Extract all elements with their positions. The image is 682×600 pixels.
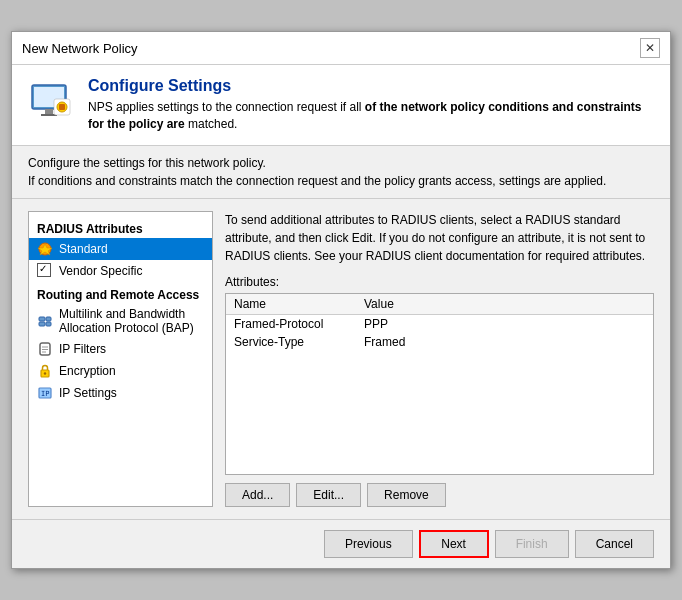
ip-filters-icon [37, 341, 53, 357]
header-name-col: Name [234, 297, 364, 311]
main-content: To send additional attributes to RADIUS … [213, 211, 654, 507]
radius-section-title: RADIUS Attributes [29, 218, 212, 238]
info-line2: If conditions and constraints match the … [28, 172, 654, 190]
row1-value: PPP [364, 317, 388, 331]
encryption-label: Encryption [59, 364, 116, 378]
attributes-label: Attributes: [225, 275, 654, 289]
configure-icon [28, 77, 76, 125]
header-value-col: Value [364, 297, 394, 311]
previous-button[interactable]: Previous [324, 530, 413, 558]
finish-button[interactable]: Finish [495, 530, 569, 558]
svg-rect-12 [46, 322, 51, 326]
cancel-button[interactable]: Cancel [575, 530, 654, 558]
sidebar-item-ip-filters[interactable]: IP Filters [29, 338, 212, 360]
row2-value: Framed [364, 335, 405, 349]
attributes-header: Name Value [226, 294, 653, 315]
standard-icon [37, 241, 53, 257]
row1-name: Framed-Protocol [234, 317, 364, 331]
multilink-label: Multilink and Bandwidth Allocation Proto… [59, 307, 204, 335]
sidebar-item-encryption[interactable]: Encryption [29, 360, 212, 382]
svg-rect-9 [39, 317, 45, 321]
dialog-title: New Network Policy [22, 41, 138, 56]
vendor-specific-icon [37, 263, 53, 279]
header-description: NPS applies settings to the connection r… [88, 99, 654, 133]
svg-rect-10 [46, 317, 51, 321]
svg-rect-11 [39, 322, 45, 326]
sidebar-item-ip-settings[interactable]: IP IP Settings [29, 382, 212, 404]
info-bar: Configure the settings for this network … [12, 146, 670, 199]
ip-settings-icon: IP [37, 385, 53, 401]
vendor-specific-label: Vendor Specific [59, 264, 142, 278]
sidebar-item-vendor-specific[interactable]: Vendor Specific [29, 260, 212, 282]
sidebar-item-standard[interactable]: Standard [29, 238, 212, 260]
attributes-table: Name Value Framed-Protocol PPP Service-T… [225, 293, 654, 475]
standard-label: Standard [59, 242, 108, 256]
ip-filters-label: IP Filters [59, 342, 106, 356]
header-section: Configure Settings NPS applies settings … [12, 65, 670, 146]
remove-button[interactable]: Remove [367, 483, 446, 507]
multilink-icon [37, 313, 53, 329]
row2-name: Service-Type [234, 335, 364, 349]
new-network-policy-dialog: New Network Policy ✕ Configure Settings [11, 31, 671, 569]
svg-point-18 [44, 372, 46, 374]
table-row[interactable]: Framed-Protocol PPP [226, 315, 653, 333]
encryption-icon [37, 363, 53, 379]
edit-button[interactable]: Edit... [296, 483, 361, 507]
routing-section-title: Routing and Remote Access [29, 282, 212, 304]
sidebar: RADIUS Attributes Standard Vendor Specif… [28, 211, 213, 507]
footer: Previous Next Finish Cancel [12, 519, 670, 568]
action-buttons: Add... Edit... Remove [225, 483, 654, 507]
sidebar-item-multilink[interactable]: Multilink and Bandwidth Allocation Proto… [29, 304, 212, 338]
info-line1: Configure the settings for this network … [28, 154, 654, 172]
close-button[interactable]: ✕ [640, 38, 660, 58]
svg-rect-6 [59, 104, 65, 110]
content-area: RADIUS Attributes Standard Vendor Specif… [12, 199, 670, 519]
title-bar: New Network Policy ✕ [12, 32, 670, 65]
header-text: Configure Settings NPS applies settings … [88, 77, 654, 133]
header-title: Configure Settings [88, 77, 654, 95]
table-row[interactable]: Service-Type Framed [226, 333, 653, 351]
svg-text:IP: IP [41, 390, 49, 398]
title-bar-controls: ✕ [640, 38, 660, 58]
add-button[interactable]: Add... [225, 483, 290, 507]
svg-rect-2 [45, 109, 53, 114]
main-description: To send additional attributes to RADIUS … [225, 211, 654, 265]
ip-settings-label: IP Settings [59, 386, 117, 400]
next-button[interactable]: Next [419, 530, 489, 558]
